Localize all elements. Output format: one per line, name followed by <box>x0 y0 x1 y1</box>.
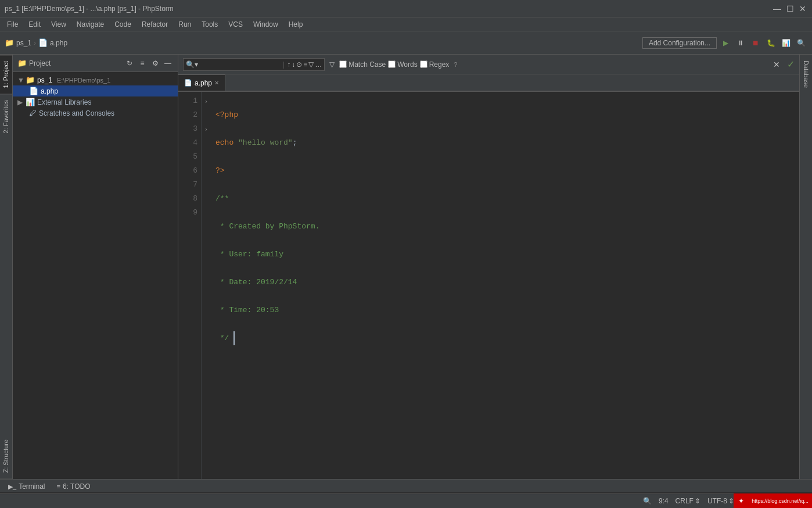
match-case-checkbox[interactable] <box>339 60 347 68</box>
debug-icon[interactable]: 🐛 <box>764 37 777 49</box>
tab-close-btn[interactable]: ✕ <box>214 80 219 86</box>
find-input[interactable] <box>199 60 281 69</box>
words-text: Words <box>397 60 417 69</box>
find-more-btn[interactable]: … <box>315 60 322 69</box>
code-line-5: * Created by PhpStorm. <box>215 220 795 234</box>
tree-arrow-extlibs: ▶ <box>17 98 23 106</box>
menu-refactor[interactable]: Refactor <box>137 19 173 30</box>
title-bar: ps_1 [E:\PHPDemo\ps_1] - ...\a.php [ps_1… <box>0 0 812 17</box>
maximize-button[interactable]: ☐ <box>785 4 795 13</box>
terminal-label: Terminal <box>19 482 45 491</box>
tab-aphp[interactable]: 📄 a.php ✕ <box>178 74 225 91</box>
menu-code[interactable]: Code <box>110 19 136 30</box>
find-help-icon[interactable]: ? <box>454 61 457 68</box>
breadcrumb-separator: › <box>34 39 36 47</box>
words-label[interactable]: Words <box>388 60 417 69</box>
regex-checkbox[interactable] <box>420 60 427 68</box>
code-content[interactable]: <?php echo "hello word"; ?> /** * Create… <box>211 92 799 479</box>
menu-run[interactable]: Run <box>174 19 196 30</box>
sync-icon[interactable]: ↻ <box>124 58 135 69</box>
structure-tab[interactable]: Z: Structure <box>0 434 12 479</box>
profile-icon[interactable]: 📊 <box>779 37 792 49</box>
search-dropdown-icon[interactable]: 🔍▾ <box>186 60 198 69</box>
menu-navigate[interactable]: Navigate <box>72 19 109 30</box>
menu-file[interactable]: File <box>2 19 23 30</box>
code-line-6: * User: family <box>215 248 795 262</box>
regex-text: Regex <box>429 60 450 69</box>
regex-label[interactable]: Regex <box>420 60 450 69</box>
status-encoding[interactable]: UTF-8 ⇕ <box>707 497 734 505</box>
project-panel-icon: 📁 <box>17 59 27 67</box>
php-icon: 📄 <box>29 87 38 95</box>
tab-php-icon: 📄 <box>184 79 192 87</box>
project-panel: 📁 Project ↻ ≡ ⚙ — ▼ 📁 ps_1 E:\PHPDemo\ps… <box>13 55 178 479</box>
find-bar: 🔍▾ | ↑ ↓ ⊙ ≡ ▽ … ▽ Match Case Words Rege… <box>178 55 799 74</box>
menu-edit[interactable]: Edit <box>24 19 45 30</box>
find-close-btn[interactable]: ✕ <box>773 60 780 69</box>
menu-tools[interactable]: Tools <box>197 19 222 30</box>
tree-extlibs-label: External Libraries <box>37 98 91 106</box>
minimize-panel-icon[interactable]: — <box>163 58 173 69</box>
right-sidebar: Database <box>799 55 812 479</box>
stop-icon[interactable]: ⏹ <box>749 37 762 49</box>
tree-scratches[interactable]: 🖊 Scratches and Consoles <box>13 108 178 119</box>
database-tab[interactable]: Database <box>800 55 812 94</box>
tree-external-libs[interactable]: ▶ 📊 External Libraries <box>13 96 178 108</box>
tree-root[interactable]: ▼ 📁 ps_1 E:\PHPDemo\ps_1 <box>13 74 178 85</box>
status-search-icon[interactable]: 🔍 <box>643 497 652 505</box>
favorites-tab[interactable]: 2: Favorites <box>0 94 12 139</box>
code-line-9: */ <box>215 331 795 345</box>
minimize-button[interactable]: — <box>773 4 782 13</box>
search-everywhere-icon[interactable]: 🔍 <box>795 37 807 49</box>
code-line-4: /** <box>215 192 795 206</box>
project-tab[interactable]: 1: Project <box>0 55 12 94</box>
todo-label: 6: TODO <box>63 482 91 491</box>
code-editor[interactable]: 1 2 3 4 5 6 7 8 9 › › <?php e <box>178 92 799 479</box>
terminal-tab[interactable]: ▶_ Terminal <box>5 481 48 492</box>
words-checkbox[interactable] <box>388 60 396 68</box>
find-options-btn[interactable]: ≡ <box>303 60 307 69</box>
find-prev-btn[interactable]: ↑ <box>287 60 290 69</box>
line-numbers: 1 2 3 4 5 6 7 8 9 <box>178 92 202 479</box>
watermark-logo: ✦ <box>734 493 748 508</box>
settings-icon[interactable]: ⚙ <box>150 58 160 69</box>
todo-tab[interactable]: ≡ 6: TODO <box>53 481 94 492</box>
extlibs-icon: 📊 <box>26 98 35 106</box>
match-case-label[interactable]: Match Case <box>339 60 386 69</box>
status-encoding-text: UTF-8 <box>707 497 727 505</box>
left-tab-panel: 1: Project 2: Favorites Z: Structure <box>0 55 13 479</box>
breadcrumb-file[interactable]: a.php <box>50 39 67 47</box>
menu-view[interactable]: View <box>46 19 71 30</box>
close-button[interactable]: ✕ <box>798 4 807 13</box>
status-bar: 🔍 9:4 CRLF ⇕ UTF-8 ⇕ 4 spaces Event Log … <box>0 493 812 508</box>
find-filter-icon[interactable]: ▽ <box>329 60 335 69</box>
code-line-8: * Time: 20:53 <box>215 303 795 317</box>
find-filter-btn[interactable]: ▽ <box>308 60 314 69</box>
tree-file-aphp[interactable]: 📄 a.php <box>13 85 178 96</box>
run-icon[interactable]: ▶ <box>719 37 732 49</box>
menu-window[interactable]: Window <box>249 19 283 30</box>
find-highlight-btn[interactable]: ⊙ <box>296 60 302 69</box>
project-panel-header: 📁 Project ↻ ≡ ⚙ — <box>13 55 178 72</box>
watermark: https://blog.csdn.net/iq... <box>748 493 812 508</box>
code-line-3: ?> <box>215 164 795 178</box>
menu-vcs[interactable]: VCS <box>224 19 247 30</box>
menu-help[interactable]: Help <box>284 19 308 30</box>
tab-aphp-label: a.php <box>195 79 212 87</box>
root-folder-icon: 📁 <box>26 76 35 84</box>
add-configuration-button[interactable]: Add Configuration... <box>642 37 717 49</box>
php-file-icon: 📄 <box>38 38 48 47</box>
find-next-btn[interactable]: ↓ <box>292 60 295 69</box>
pause-icon[interactable]: ⏸ <box>734 37 747 49</box>
breadcrumb-ps1[interactable]: ps_1 <box>16 39 31 47</box>
main-toolbar: 📁 ps_1 › 📄 a.php Add Configuration... ▶ … <box>0 31 812 55</box>
scratches-icon: 🖊 <box>29 109 37 117</box>
find-input-container: 🔍▾ | ↑ ↓ ⊙ ≡ ▽ … <box>183 58 325 71</box>
collapse-icon[interactable]: ≡ <box>137 58 148 69</box>
status-position[interactable]: 9:4 <box>659 497 669 505</box>
watermark-text: https://blog.csdn.net/iq... <box>752 498 809 504</box>
find-match-checkmark: ✓ <box>787 59 795 70</box>
status-line-ending[interactable]: CRLF ⇕ <box>676 497 700 505</box>
status-crlf: CRLF <box>676 497 694 505</box>
tree-scratches-label: Scratches and Consoles <box>39 109 114 117</box>
